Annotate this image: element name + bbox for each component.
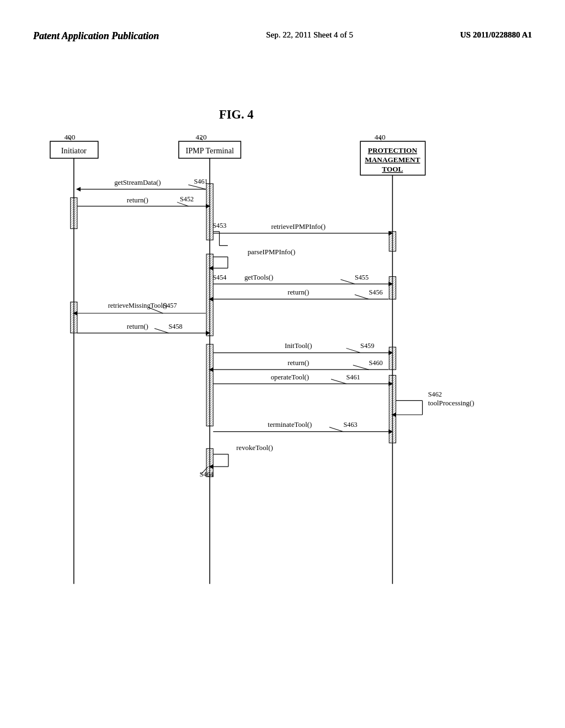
step-id-s461: S461	[194, 178, 208, 185]
figure-title: FIG. 4	[219, 108, 253, 121]
step-id-s452: S452	[180, 195, 194, 203]
label-retrieveMissing: retrieveMissingTool()	[108, 302, 167, 309]
pmt-id: 440	[375, 133, 386, 141]
label-return-s452: return()	[127, 196, 148, 204]
pmt-activation-2	[389, 277, 396, 299]
pmt-activation-3	[389, 347, 396, 370]
svg-line-6	[355, 295, 369, 299]
step-id-s457: S457	[163, 302, 177, 309]
ipmp-label: IPMP Terminal	[185, 146, 234, 155]
svg-line-8	[154, 329, 169, 333]
step-id-s453: S453	[212, 222, 226, 229]
svg-line-12	[329, 427, 344, 431]
initiator-activation-2	[71, 302, 77, 333]
patent-number: US 2011/0228880 A1	[460, 30, 532, 40]
label-retrieveIPMP: retrieveIPMPInfo()	[271, 223, 326, 231]
svg-line-10	[353, 365, 369, 370]
label-return-s456: return()	[287, 288, 309, 296]
step-id-s456: S456	[369, 288, 382, 296]
label-operateTool: operateTool()	[271, 373, 309, 381]
svg-line-4	[177, 202, 188, 206]
initiator-id: 400	[64, 133, 75, 141]
ipmp-activation-1	[206, 184, 213, 240]
ipmp-activation-2	[206, 254, 213, 336]
page: Patent Application Publication Sep. 22, …	[0, 0, 565, 728]
label-terminateTool: terminateTool()	[268, 421, 312, 429]
step-id-s462: S462	[428, 390, 442, 398]
ipmp-activation-3	[206, 344, 213, 426]
step-id-s454: S454	[212, 274, 226, 281]
step-id-s455: S455	[355, 274, 369, 281]
ipmp-id: 420	[196, 133, 207, 141]
step-id-s460: S460	[369, 359, 382, 367]
label-initTool: InitTool()	[285, 342, 312, 350]
label-return-s458: return()	[127, 323, 148, 330]
initiator-label: Initiator	[61, 146, 87, 155]
step-id-s458: S458	[169, 323, 183, 330]
pub-label: Patent Application Publication	[33, 30, 159, 42]
label-parseIPMP: parseIPMPInfo()	[248, 248, 296, 256]
step-id-s464: S464	[200, 470, 214, 478]
step-id-s463: S463	[343, 421, 357, 429]
initiator-activation-1	[71, 197, 77, 228]
pmt-label-3: TOOL	[382, 165, 403, 173]
arrowhead-s461	[76, 187, 81, 191]
date-sheet: Sep. 22, 2011 Sheet 4 of 5	[266, 30, 353, 40]
label-getTools: getTools()	[244, 274, 273, 281]
label-revokeTool: revokeTool()	[236, 444, 273, 452]
label-getStreamData: getStreamData()	[114, 179, 161, 186]
sequence-diagram: FIG. 4 400 Initiator 420 IPMP Terminal 4…	[28, 72, 535, 656]
page-header: Patent Application Publication Sep. 22, …	[0, 30, 565, 42]
step-id-s459: S459	[360, 342, 374, 350]
label-return-s460: return()	[287, 359, 309, 367]
step-id-s461b: S461	[347, 373, 360, 381]
svg-line-9	[347, 348, 361, 352]
svg-line-5	[340, 280, 355, 284]
pmt-label-2: MANAGEMENT	[365, 156, 420, 164]
svg-line-3	[188, 185, 206, 189]
label-toolProcessing: toolProcessing()	[428, 399, 475, 407]
svg-line-11	[331, 379, 347, 384]
pmt-label-1: PROTECTION	[368, 146, 418, 154]
